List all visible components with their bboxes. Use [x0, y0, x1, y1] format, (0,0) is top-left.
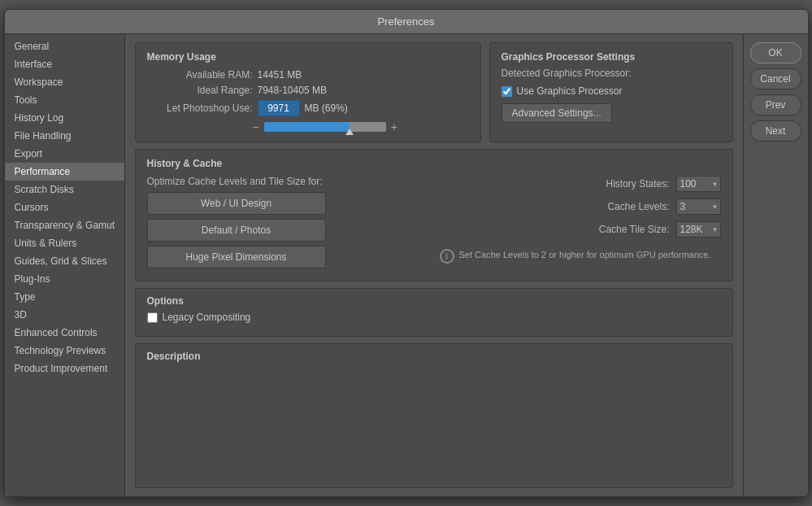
info-icon: i — [440, 249, 454, 264]
cache-settings-col: History States: 100 50 200 — [440, 176, 721, 273]
web-ui-design-button[interactable]: Web / UI Design — [147, 192, 326, 215]
sidebar-item-transparency-gamut[interactable]: Transparency & Gamut — [5, 216, 124, 234]
cache-levels-label: Cache Levels: — [580, 201, 670, 212]
cache-tile-row: Cache Tile Size: 128K 256K 64K — [440, 221, 721, 238]
options-section: Options Legacy Compositing — [135, 288, 733, 337]
description-title: Description — [147, 351, 721, 362]
sidebar-item-technology-previews[interactable]: Technology Previews — [5, 342, 124, 360]
cache-tile-label: Cache Tile Size: — [580, 224, 670, 235]
graphics-section-title: Graphics Processor Settings — [502, 51, 721, 63]
advanced-settings-btn-wrapper: Advanced Settings... — [502, 103, 721, 123]
sidebar-item-3d[interactable]: 3D — [5, 306, 124, 324]
dialog-body: General Interface Workspace Tools Histor… — [5, 34, 808, 496]
sidebar-item-guides-grid[interactable]: Guides, Grid & Slices — [5, 252, 124, 270]
cache-tile-wrapper: 128K 256K 64K — [676, 221, 721, 238]
history-states-wrapper: 100 50 200 — [676, 176, 721, 192]
history-cache-title: History & Cache — [147, 158, 721, 169]
slider-plus-icon[interactable]: + — [391, 120, 397, 133]
sidebar-item-tools[interactable]: Tools — [5, 91, 124, 109]
available-ram-label: Available RAM: — [147, 69, 253, 81]
sidebar-item-general[interactable]: General — [5, 37, 124, 55]
sidebar-item-performance[interactable]: Performance — [5, 163, 124, 181]
sidebar-item-cursors[interactable]: Cursors — [5, 198, 124, 216]
memory-usage-section: Memory Usage Available RAM: 14451 MB Ide… — [135, 42, 481, 142]
sidebar-item-type[interactable]: Type — [5, 288, 124, 306]
slider-container: − + — [253, 120, 469, 133]
button-column: OK Cancel Prev Next — [743, 34, 808, 496]
available-ram-value: 14451 MB — [258, 69, 302, 81]
sidebar-item-scratch-disks[interactable]: Scratch Disks — [5, 181, 124, 198]
ideal-range-value: 7948-10405 MB — [258, 85, 327, 96]
legacy-compositing-checkbox[interactable] — [147, 312, 158, 323]
default-photos-button[interactable]: Default / Photos — [147, 219, 326, 242]
history-states-row: History States: 100 50 200 — [440, 176, 721, 192]
advanced-settings-button[interactable]: Advanced Settings... — [502, 103, 612, 123]
cache-levels-wrapper: 3 2 4 — [676, 198, 721, 215]
huge-pixel-button[interactable]: Huge Pixel Dimensions — [147, 246, 326, 268]
sidebar-item-history-log[interactable]: History Log — [5, 109, 124, 127]
graphics-section: Graphics Processor Settings Detected Gra… — [489, 42, 733, 142]
preferences-dialog: Preferences General Interface Workspace … — [4, 9, 809, 497]
cache-info-text: Set Cache Levels to 2 or higher for opti… — [459, 249, 711, 261]
memory-section-title: Memory Usage — [147, 51, 469, 63]
next-button[interactable]: Next — [750, 120, 801, 142]
legacy-compositing-row: Legacy Compositing — [147, 312, 721, 323]
slider-minus-icon[interactable]: − — [253, 120, 259, 133]
detected-gfx-label: Detected Graphics Processor: — [502, 68, 721, 79]
history-cache-cols: Optimize Cache Levels and Tile Size for:… — [147, 176, 721, 273]
slider-thumb — [345, 129, 354, 135]
let-use-input[interactable] — [258, 100, 300, 116]
memory-slider[interactable] — [264, 122, 386, 132]
sidebar-item-units-rulers[interactable]: Units & Rulers — [5, 234, 124, 252]
ideal-range-row: Ideal Range: 7948-10405 MB — [147, 85, 469, 96]
legacy-compositing-label: Legacy Compositing — [163, 312, 251, 323]
options-title: Options — [147, 295, 721, 307]
cache-levels-row: Cache Levels: 3 2 4 — [440, 198, 721, 215]
sidebar-item-interface[interactable]: Interface — [5, 55, 124, 73]
left-main: Memory Usage Available RAM: 14451 MB Ide… — [125, 34, 743, 496]
available-ram-row: Available RAM: 14451 MB — [147, 69, 469, 81]
sidebar: General Interface Workspace Tools Histor… — [5, 34, 125, 496]
let-use-row: Let Photoshop Use: MB (69%) — [147, 100, 469, 116]
cache-levels-select[interactable]: 3 2 4 — [676, 198, 721, 215]
description-section: Description — [135, 343, 733, 488]
memory-gfx-row: Memory Usage Available RAM: 14451 MB Ide… — [135, 42, 733, 142]
use-gpu-row: Use Graphics Processor — [502, 85, 721, 97]
sidebar-item-enhanced-controls[interactable]: Enhanced Controls — [5, 324, 124, 342]
let-use-label: Let Photoshop Use: — [147, 103, 253, 114]
sidebar-item-export[interactable]: Export — [5, 145, 124, 163]
use-gpu-checkbox[interactable] — [502, 86, 512, 97]
optimize-label: Optimize Cache Levels and Tile Size for: — [147, 176, 428, 187]
use-gpu-label: Use Graphics Processor — [517, 85, 623, 97]
main-area: Memory Usage Available RAM: 14451 MB Ide… — [125, 34, 808, 496]
sidebar-item-file-handling[interactable]: File Handling — [5, 127, 124, 145]
sidebar-item-plugins[interactable]: Plug-Ins — [5, 270, 124, 288]
sidebar-item-workspace[interactable]: Workspace — [5, 73, 124, 91]
prev-button[interactable]: Prev — [750, 94, 801, 116]
cache-tile-select[interactable]: 128K 256K 64K — [676, 221, 721, 238]
cache-buttons-col: Optimize Cache Levels and Tile Size for:… — [147, 176, 428, 273]
cache-info-row: i Set Cache Levels to 2 or higher for op… — [440, 249, 721, 264]
history-cache-section: History & Cache Optimize Cache Levels an… — [135, 149, 733, 281]
sidebar-item-product-improvement[interactable]: Product Improvement — [5, 360, 124, 377]
let-use-unit: MB (69%) — [305, 103, 348, 114]
cancel-button[interactable]: Cancel — [750, 68, 801, 89]
history-states-label: History States: — [580, 178, 670, 190]
ideal-range-label: Ideal Range: — [147, 85, 253, 96]
ok-button[interactable]: OK — [750, 42, 801, 63]
history-states-select[interactable]: 100 50 200 — [676, 176, 721, 192]
dialog-title: Preferences — [5, 10, 808, 34]
